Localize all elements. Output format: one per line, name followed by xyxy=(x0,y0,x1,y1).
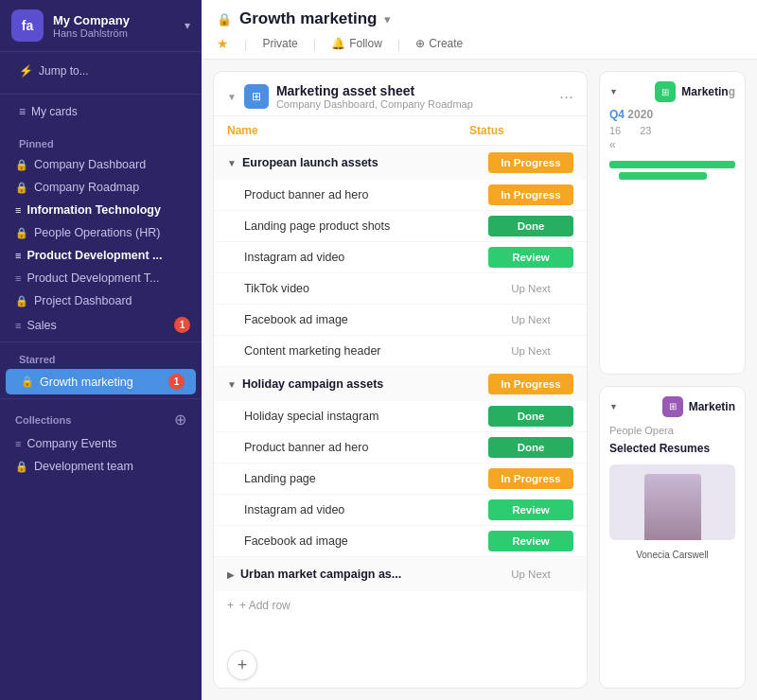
sidebar: fa My Company Hans Dahlström ▾ ⚡ Jump to… xyxy=(0,0,202,700)
private-button[interactable]: Private xyxy=(262,37,297,50)
divider3 xyxy=(0,398,202,399)
table-row[interactable]: Landing page product shots Done xyxy=(214,211,587,242)
collections-header: Collections ⊕ xyxy=(0,403,202,432)
section-holiday-campaign[interactable]: ▼ Holiday campaign assets In Progress xyxy=(214,367,587,401)
status-badge: In Progress xyxy=(488,468,573,489)
chevron-down-icon: ▾ xyxy=(384,12,391,26)
menu-icon: ≡ xyxy=(15,272,21,284)
company-logo: fa xyxy=(11,9,44,42)
bell-icon: 🔔 xyxy=(331,37,345,50)
sidebar-item-development-team[interactable]: 🔒 Development team xyxy=(0,455,202,478)
status-badge: Done xyxy=(488,406,573,427)
person-name: Vonecia Carswell xyxy=(600,546,745,564)
resumes-card-title: Marketin xyxy=(689,400,735,413)
starred-section-label: Starred xyxy=(0,346,202,369)
topbar-actions: ★ | Private | 🔔 Follow | ⊕ Create xyxy=(217,36,742,59)
table-row[interactable]: Facebook ad image Up Next xyxy=(214,305,587,336)
status-badge: Review xyxy=(488,247,573,268)
status-badge: Done xyxy=(488,437,573,458)
sidebar-item-growth-marketing[interactable]: 🔒 Growth marketing 1 xyxy=(6,369,196,394)
divider2 xyxy=(0,341,202,342)
jump-to-button[interactable]: ⚡ Jump to... xyxy=(11,60,190,82)
section-status-badge: In Progress xyxy=(488,152,573,173)
table-body: ▼ European launch assets In Progress Pro… xyxy=(214,146,587,642)
lightning-icon: ⚡ xyxy=(19,64,33,78)
table-row[interactable]: Holiday special instagram Done xyxy=(214,401,587,432)
follow-button[interactable]: 🔔 Follow xyxy=(331,37,382,50)
my-cards-button[interactable]: ≡ My cards xyxy=(11,100,190,123)
expand-icon: ▼ xyxy=(609,402,618,411)
sidebar-item-project-dashboard[interactable]: 🔒 Project Dashboard xyxy=(0,289,202,312)
status-badge: Up Next xyxy=(488,309,573,330)
gantt-bar xyxy=(609,161,735,168)
sidebar-item-company-events[interactable]: ≡ Company Events xyxy=(0,432,202,455)
table-row[interactable]: Product banner ad hero Done xyxy=(214,432,587,464)
expand-icon: ▼ xyxy=(609,87,618,96)
add-fab-button[interactable]: + xyxy=(227,650,257,680)
section-urban-market[interactable]: ▶ Urban market campaign as... Up Next xyxy=(214,557,587,591)
card-menu-button[interactable]: ··· xyxy=(559,87,573,107)
sidebar-item-information-technology[interactable]: ≡ Information Technology xyxy=(0,199,202,221)
private-label: Private xyxy=(262,37,297,50)
table-row[interactable]: Landing page In Progress xyxy=(214,464,587,495)
table-row[interactable]: Product banner ad hero In Progress xyxy=(214,180,587,211)
sidebar-item-sales[interactable]: ≡ Sales 1 xyxy=(0,312,202,338)
menu-icon: ≡ xyxy=(15,320,21,331)
sales-badge: 1 xyxy=(174,317,190,333)
section-status-badge: Up Next xyxy=(488,564,573,585)
pinned-section-label: Pinned xyxy=(0,131,202,153)
plus-icon: ⊕ xyxy=(415,37,425,50)
quarter-label: Q4 2020 xyxy=(600,108,745,125)
table-row[interactable]: Facebook ad image Review xyxy=(214,526,587,557)
gantt-card: ▼ ⊞ Marketing Q4 2020 16 23 « xyxy=(599,71,746,375)
table-icon: ⊞ xyxy=(244,84,269,109)
resumes-card-subtitle: People Opera xyxy=(600,423,745,438)
lock-icon: 🔒 xyxy=(15,227,28,239)
table-row[interactable]: Content marketing header Up Next xyxy=(214,336,587,367)
menu-icon: ≡ xyxy=(15,438,21,449)
main-content: 🔒 Growth marketing ▾ ★ | Private | 🔔 Fol… xyxy=(202,0,757,700)
sidebar-item-company-dashboard[interactable]: 🔒 Company Dashboard xyxy=(0,153,202,176)
card-header: ▼ ⊞ Marketing asset sheet Company Dashbo… xyxy=(214,72,587,116)
content-area: ▼ ⊞ Marketing asset sheet Company Dashbo… xyxy=(202,60,757,700)
add-row-button[interactable]: + + Add row xyxy=(214,591,587,620)
page-title: Growth marketing xyxy=(239,9,377,28)
separator: | xyxy=(244,37,247,51)
lock-icon: 🔒 xyxy=(217,12,232,26)
sidebar-item-people-operations[interactable]: 🔒 People Operations (HR) xyxy=(0,221,202,244)
expand-icon: ▼ xyxy=(227,379,237,390)
section-european-launch[interactable]: ▼ European launch assets In Progress xyxy=(214,146,587,180)
status-badge: Up Next xyxy=(488,278,573,299)
gantt-back-button[interactable]: « xyxy=(600,136,745,153)
sidebar-item-company-roadmap[interactable]: 🔒 Company Roadmap xyxy=(0,176,202,199)
star-icon[interactable]: ★ xyxy=(217,36,229,51)
sidebar-item-product-development[interactable]: ≡ Product Development ... xyxy=(0,244,202,267)
card-subtitle: Company Dashboard, Company Roadmap xyxy=(276,98,552,110)
person-figure xyxy=(644,474,701,540)
gantt-col1: 16 xyxy=(609,125,621,136)
resumes-card-header: ▼ ⊞ Marketin xyxy=(600,387,745,423)
separator: | xyxy=(397,37,400,51)
sidebar-header[interactable]: fa My Company Hans Dahlström ▾ xyxy=(0,0,202,52)
sidebar-item-product-development-t[interactable]: ≡ Product Development T... xyxy=(0,267,202,289)
table-row[interactable]: Instagram ad video Review xyxy=(214,242,587,273)
gantt-col2: 23 xyxy=(640,125,651,136)
add-collection-button[interactable]: ⊕ xyxy=(174,411,186,429)
col-status-header: Status xyxy=(469,124,573,137)
lock-icon: 🔒 xyxy=(15,295,28,307)
separator: | xyxy=(313,37,316,51)
table-row[interactable]: TikTok video Up Next xyxy=(214,273,587,305)
cards-icon: ≡ xyxy=(19,105,26,118)
selected-resumes-label: Selected Resumes xyxy=(600,438,745,459)
gantt-card-header: ▼ ⊞ Marketing xyxy=(600,72,745,108)
lock-icon: 🔒 xyxy=(15,461,28,473)
section-status-badge: In Progress xyxy=(488,374,573,394)
create-button[interactable]: ⊕ Create xyxy=(415,37,463,50)
topbar-title-row: 🔒 Growth marketing ▾ xyxy=(217,9,742,28)
table-row[interactable]: Instagram ad video Review xyxy=(214,495,587,526)
main-card: ▼ ⊞ Marketing asset sheet Company Dashbo… xyxy=(213,71,588,689)
lock-icon: 🔒 xyxy=(15,159,28,171)
card-title: Marketing asset sheet xyxy=(276,83,552,98)
add-icon: + xyxy=(227,599,234,612)
lock-icon: 🔒 xyxy=(15,182,28,194)
